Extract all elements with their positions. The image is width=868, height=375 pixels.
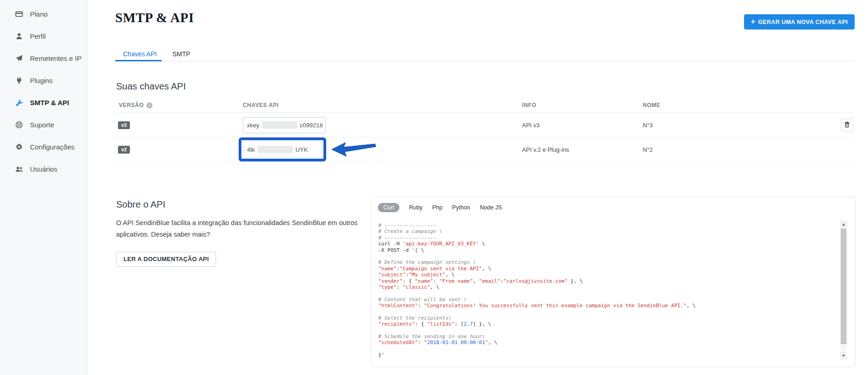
table-row: v24tkUYKAPI v.2 e Plug-insN°2 (115, 137, 855, 162)
code-line: # Content that will be sent \ (378, 297, 837, 303)
sidebar-item-perfil[interactable]: Perfil (0, 25, 87, 47)
sidebar-item-plano[interactable]: Plano (0, 3, 87, 25)
code-tab-curl[interactable]: Curl (378, 203, 399, 212)
tab-smtp[interactable]: SMTP (164, 47, 198, 61)
code-line: # Select the recipients\ (378, 315, 837, 321)
users-icon (15, 165, 23, 173)
generate-api-key-button[interactable]: + GERAR UMA NOVA CHAVE API (744, 14, 855, 30)
paper-plane-icon (15, 54, 23, 62)
version-badge: v2 (118, 146, 130, 154)
sidebar-item-label: Perfil (30, 32, 46, 40)
api-key-suffix: UYK (295, 146, 308, 153)
main-content: SMTP & API + GERAR UMA NOVA CHAVE API Ch… (88, 0, 868, 375)
generate-api-key-label: GERAR UMA NOVA CHAVE API (758, 19, 848, 25)
sidebar-item-smtp-api[interactable]: SMTP & API (0, 91, 87, 113)
code-language-tabs: CurlRubyPhpPythonNode JS (371, 197, 855, 212)
api-key-input[interactable]: xkeyc099218 (243, 117, 326, 133)
code-line: curl -H 'api-key:YOUR_API_V3_KEY' \ (378, 241, 837, 247)
api-key-suffix: c099218 (300, 122, 323, 129)
sidebar: PlanoPerfilRemetentes e IPPluginsSMTP & … (0, 0, 88, 375)
code-sample-panel: CurlRubyPhpPythonNode JS # -------------… (371, 196, 856, 367)
table-header-row: VERSÃOiCHAVES APIINFONOME (115, 98, 855, 113)
plug-icon (15, 76, 23, 84)
code-tab-ruby[interactable]: Ruby (409, 204, 422, 211)
triangle-down-icon (842, 355, 845, 357)
scrollbar-thumb[interactable] (841, 229, 846, 344)
sidebar-item-remetentes-e-ip[interactable]: Remetentes e IP (0, 47, 87, 69)
tab-row: Chaves APISMTP (115, 47, 855, 61)
code-line: "recipients": { "listIds": [2,7] }, \ (378, 321, 837, 327)
info-icon[interactable]: i (147, 102, 152, 108)
code-line: "scheduledAt": "2018-01-01 00:00:01", \ (378, 339, 837, 345)
scrollbar-track[interactable] (840, 228, 847, 352)
code-line: # Create a campaign \ (378, 228, 837, 234)
credit-card-icon (15, 10, 23, 18)
active-tab-indicator (115, 60, 162, 61)
person-icon (15, 32, 23, 40)
sidebar-item-configura-es[interactable]: Configurações (0, 136, 87, 158)
plus-icon: + (751, 18, 756, 26)
sidebar-nav: PlanoPerfilRemetentes e IPPluginsSMTP & … (0, 3, 87, 180)
api-keys-table: VERSÃOiCHAVES APIINFONOME v3xkeyc099218A… (115, 98, 855, 162)
sidebar-item-plugins[interactable]: Plugins (0, 69, 87, 91)
gear-icon (15, 143, 23, 151)
code-tab-python[interactable]: Python (452, 204, 470, 211)
wrench-icon (15, 98, 23, 107)
code-line (378, 346, 837, 352)
sidebar-item-label: SMTP & API (30, 99, 69, 107)
sidebar-item-label: Plugins (30, 77, 53, 84)
code-line: "htmlContent": "Congratulations! You suc… (378, 303, 837, 309)
redacted-key-segment (258, 146, 293, 153)
api-key-input[interactable]: 4tkUYK (243, 142, 322, 157)
code-line (378, 290, 837, 296)
key-name: N°3 (643, 122, 653, 129)
scrollbar-down-button[interactable] (840, 352, 847, 359)
sidebar-item-usu-rios[interactable]: Usuários (0, 158, 87, 180)
keys-section-title: Suas chaves API (116, 81, 186, 92)
code-tab-node-js[interactable]: Node JS (480, 204, 502, 211)
sidebar-item-label: Suporte (30, 121, 54, 129)
about-api-title: Sobre o API (116, 199, 360, 210)
code-line: -X POST -d '{ \ (378, 247, 837, 253)
version-badge: v3 (118, 121, 130, 129)
scrollbar-up-button[interactable] (840, 221, 847, 228)
sidebar-item-label: Remetentes e IP (30, 54, 82, 62)
key-name: N°2 (643, 146, 653, 153)
code-line (378, 327, 837, 333)
tab-chaves-api[interactable]: Chaves API (115, 47, 164, 61)
column-header-vers-o: VERSÃOi (115, 102, 243, 108)
code-line: "subject":"My subject", \ (378, 272, 837, 278)
key-info: API v3 (522, 122, 643, 129)
table-body: v3xkeyc099218API v3N°3v24tkUYKAPI v.2 e … (115, 113, 855, 162)
tab-bar: Chaves APISMTP (115, 47, 855, 62)
table-row: v3xkeyc099218API v3N°3 (115, 113, 855, 137)
code-tab-php[interactable]: Php (432, 204, 442, 211)
page-title: SMTP & API (115, 10, 194, 25)
sidebar-item-suporte[interactable]: Suporte (0, 113, 87, 136)
key-info: API v.2 e Plug-ins (522, 146, 643, 153)
code-line: # ----------------- (378, 235, 837, 241)
sidebar-item-label: Usuários (30, 165, 57, 173)
about-api-text: O API SendinBlue facilita a integração d… (116, 217, 360, 241)
code-line: # Schedule the sending in one hour\ (378, 333, 837, 339)
read-api-docs-button[interactable]: LER A DOCUMENTAÇÃO API (116, 252, 216, 267)
code-line (378, 309, 837, 315)
annotation-highlight-box: 4tkUYK (239, 137, 326, 161)
code-line: # ----------------- (378, 222, 837, 228)
sidebar-item-label: Configurações (30, 143, 75, 151)
code-line (378, 253, 837, 259)
code-line: # Define the campaign settings \ (378, 259, 837, 265)
life-buoy-icon (15, 120, 23, 129)
delete-key-button[interactable] (841, 119, 853, 132)
api-key-prefix: xkey (247, 122, 259, 129)
api-key-prefix: 4tk (247, 146, 255, 153)
triangle-up-icon (842, 223, 845, 226)
code-line: "sender": { "name": "From name", "email"… (378, 278, 837, 284)
trash-icon (844, 121, 850, 129)
sidebar-item-label: Plano (30, 10, 47, 18)
about-api-section: Sobre o API O API SendinBlue facilita a … (116, 199, 360, 267)
tab-divider (115, 61, 855, 61)
column-header-chaves-api: CHAVES API (243, 102, 522, 108)
code-line: }' (378, 352, 837, 358)
code-scrollbar (840, 221, 847, 359)
